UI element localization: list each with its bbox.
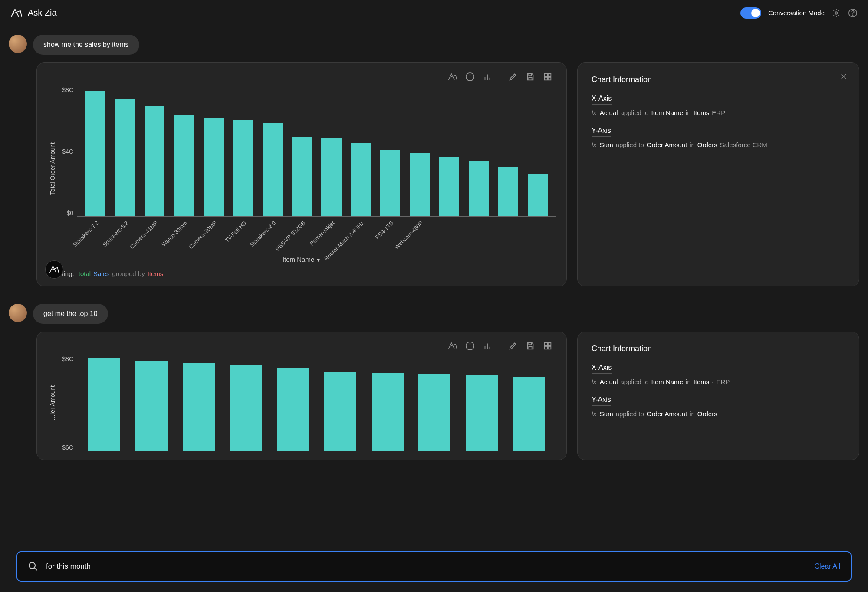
bar[interactable] [324,372,356,451]
chart-panel: …ler Amount $8C $6C [36,332,567,460]
bar-wrap: TV-Full HD [228,86,258,216]
chart-toolbar [47,341,556,351]
bar-wrap [523,86,552,216]
close-icon[interactable] [840,72,848,80]
bar[interactable] [410,153,430,216]
user-avatar [9,304,27,322]
bar[interactable] [88,358,120,451]
svg-rect-23 [545,346,547,349]
bar[interactable] [145,106,164,217]
user-avatar [9,35,27,53]
bar[interactable] [183,363,215,451]
x-axis-label[interactable]: Item Name▼ [47,256,556,263]
y-axis-detail: fx Sum applied to Order Amount in Orders… [592,141,845,148]
conversation-mode-toggle[interactable] [740,7,761,19]
y-tick: $8C [58,86,73,93]
chart-panel: Total Order Amount $8C $4C $0 Speakers-7… [36,62,567,286]
save-icon[interactable] [526,341,535,351]
bar[interactable] [372,373,404,451]
svg-rect-9 [545,74,547,76]
clear-all-button[interactable]: Clear All [814,562,840,570]
user-message-bubble: show me the sales by items [33,35,139,55]
grid-icon[interactable] [543,72,552,82]
zia-icon[interactable] [448,72,457,82]
svg-point-0 [835,12,838,14]
y-axis-heading: Y-Axis [592,396,611,406]
bar-category-label: Camera-30MP [187,220,218,250]
info-icon[interactable] [465,341,475,351]
app-header: Ask Zia Conversation Mode [0,0,868,26]
bar-chart-icon[interactable] [483,341,492,351]
svg-rect-12 [548,77,551,80]
svg-rect-24 [548,346,551,349]
bar[interactable] [528,174,548,217]
bar-wrap [493,86,523,216]
bar-wrap [128,355,175,451]
bar-wrap: Speakers-7.2 [81,86,110,216]
user-message-bubble: get me the top 10 [33,304,108,324]
bar[interactable] [513,377,545,451]
bar[interactable] [466,375,498,451]
y-tick: $4C [58,148,73,155]
bar-wrap: Watch-39mm [169,86,199,216]
x-axis-heading: X-Axis [592,364,612,374]
grid-icon[interactable] [543,341,552,351]
bar-wrap: Camera-30MP [199,86,228,216]
y-tick: $0 [58,210,73,217]
bar-category-label: Printer-Inkjet [309,220,336,247]
bar[interactable] [277,368,309,451]
user-message-row: get me the top 10 [9,304,859,324]
y-axis-heading: Y-Axis [592,127,611,137]
bar[interactable] [469,161,489,216]
bar[interactable] [233,120,253,216]
bar[interactable] [380,150,400,216]
bar-category-label: Webcam-480P [394,220,424,250]
bar-wrap [175,355,222,451]
bar-wrap [458,355,506,451]
gear-icon[interactable] [832,8,841,18]
bar-wrap [317,355,364,451]
bar[interactable] [174,115,194,216]
fx-icon: fx [592,378,596,385]
bar-wrap [81,355,128,451]
query-input[interactable] [46,562,806,571]
bar[interactable] [321,138,341,216]
bar-wrap [411,355,458,451]
fx-icon: fx [592,109,596,116]
bar[interactable] [115,99,135,216]
bar[interactable] [135,361,168,451]
app-title: Ask Zia [28,8,740,18]
x-axis-detail: fx Actual applied to Item Name in Items … [592,109,845,116]
help-icon[interactable] [848,8,858,18]
bar[interactable] [351,143,371,216]
bar-chart-icon[interactable] [483,72,492,82]
bar[interactable] [230,365,262,451]
bar-category-label: Speakers-5.2 [101,220,129,248]
bar-wrap [222,355,270,451]
bot-avatar [45,260,63,279]
search-icon [28,561,38,572]
save-icon[interactable] [526,72,535,82]
user-message-row: show me the sales by items [9,35,859,55]
bar-wrap [505,355,552,451]
bar[interactable] [498,167,518,216]
bar[interactable] [263,123,283,217]
zia-icon[interactable] [448,341,457,351]
bar[interactable] [439,157,459,216]
edit-icon[interactable] [508,341,518,351]
bar[interactable] [85,91,105,216]
svg-line-26 [34,568,37,570]
bar[interactable] [204,118,224,217]
bar-wrap: Camera-41MP [140,86,169,216]
bar-wrap: Webcam-480P [405,86,434,216]
y-axis-ticks: $8C $4C $0 [58,86,77,251]
edit-icon[interactable] [508,72,518,82]
response-block: …ler Amount $8C $6C Chart Information X-… [36,332,859,460]
bar[interactable] [418,374,450,451]
info-icon[interactable] [465,72,475,82]
bar-wrap [270,355,317,451]
bar-category-label: TV-Full HD [224,220,248,244]
bar[interactable] [292,137,312,216]
svg-rect-10 [548,74,551,76]
x-axis-detail: fx Actual applied to Item Name in Items … [592,378,845,385]
